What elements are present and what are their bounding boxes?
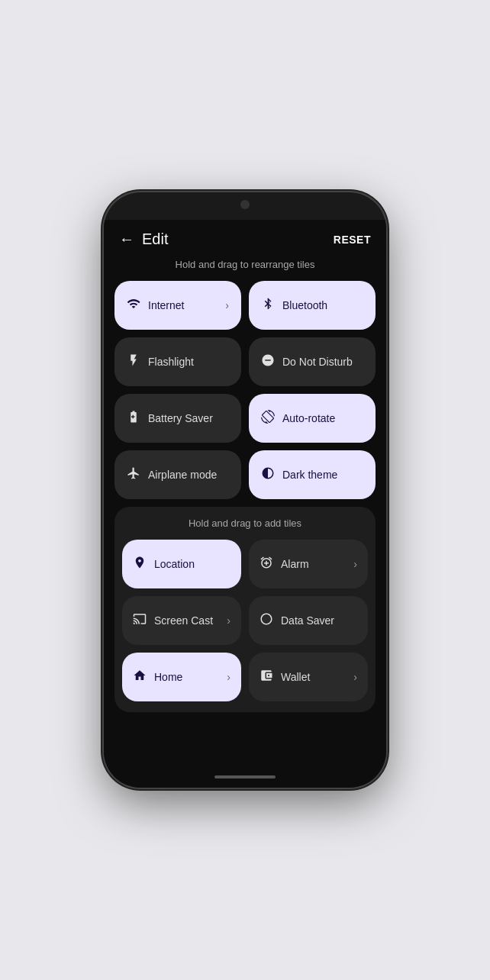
back-button[interactable]: ← — [119, 230, 134, 248]
home-indicator — [214, 775, 276, 779]
dnd-icon — [261, 353, 275, 371]
status-bar — [104, 192, 386, 220]
data-saver-label: Data Saver — [281, 614, 357, 627]
tile-wallet[interactable]: Wallet › — [249, 653, 368, 701]
battery-saver-label: Battery Saver — [148, 412, 229, 424]
alarm-label: Alarm — [281, 558, 346, 570]
location-label: Location — [154, 558, 230, 570]
home-icon — [133, 669, 147, 686]
page-title: Edit — [142, 230, 168, 248]
screen-cast-label: Screen Cast — [154, 614, 219, 627]
cast-arrow: › — [227, 614, 230, 627]
dark-theme-icon — [261, 466, 275, 484]
tile-airplane-mode[interactable]: Airplane mode — [114, 450, 241, 499]
header: ← Edit RESET — [104, 220, 386, 256]
add-tiles-hint: Hold and drag to add tiles — [114, 517, 376, 540]
active-tiles-grid: Internet › Bluetooth Flashlight — [104, 281, 386, 499]
dnd-label: Do Not Disturb — [282, 356, 363, 368]
header-left: ← Edit — [119, 230, 168, 248]
tile-bluetooth[interactable]: Bluetooth — [249, 281, 376, 330]
add-tiles-section: Hold and drag to add tiles Location Alar… — [114, 507, 376, 712]
tile-alarm[interactable]: Alarm › — [249, 540, 368, 588]
tile-internet[interactable]: Internet › — [114, 281, 241, 330]
home-label: Home — [154, 671, 219, 683]
tile-data-saver[interactable]: Data Saver — [249, 596, 368, 645]
tile-do-not-disturb[interactable]: Do Not Disturb — [249, 337, 376, 386]
battery-icon — [127, 410, 140, 427]
tile-home[interactable]: Home › — [122, 653, 241, 701]
dark-theme-label: Dark theme — [282, 469, 363, 481]
reset-button[interactable]: RESET — [334, 234, 371, 246]
tile-screen-cast[interactable]: Screen Cast › — [122, 596, 241, 645]
auto-rotate-label: Auto-rotate — [282, 412, 363, 424]
bluetooth-icon — [261, 297, 275, 314]
airplane-icon — [127, 466, 140, 484]
flashlight-label: Flashlight — [148, 356, 229, 368]
internet-label: Internet — [148, 299, 218, 311]
wallet-icon — [260, 669, 273, 686]
add-tiles-grid: Location Alarm › Screen Cast › — [114, 540, 376, 709]
tile-flashlight[interactable]: Flashlight — [114, 337, 241, 386]
bluetooth-label: Bluetooth — [282, 299, 363, 311]
location-icon — [133, 556, 147, 573]
tile-auto-rotate[interactable]: Auto-rotate — [249, 394, 376, 443]
screen-content: ← Edit RESET Hold and drag to rearrange … — [104, 220, 386, 766]
home-arrow: › — [227, 671, 230, 683]
phone-shell: ← Edit RESET Hold and drag to rearrange … — [104, 192, 386, 788]
rearrange-hint: Hold and drag to rearrange tiles — [104, 256, 386, 281]
cast-icon — [133, 612, 147, 630]
data-saver-icon — [260, 612, 273, 630]
alarm-arrow: › — [353, 558, 357, 570]
airplane-mode-label: Airplane mode — [148, 469, 229, 481]
flashlight-icon — [127, 353, 140, 371]
alarm-icon — [260, 556, 273, 573]
home-bar — [104, 766, 386, 788]
camera-notch — [240, 200, 250, 209]
tile-location[interactable]: Location — [122, 540, 241, 588]
wallet-arrow: › — [353, 671, 357, 683]
rotate-icon — [261, 410, 275, 427]
tile-battery-saver[interactable]: Battery Saver — [114, 394, 241, 443]
wifi-icon — [127, 297, 140, 314]
internet-arrow: › — [225, 299, 229, 311]
wallet-label: Wallet — [281, 671, 346, 683]
tile-dark-theme[interactable]: Dark theme — [249, 450, 376, 499]
